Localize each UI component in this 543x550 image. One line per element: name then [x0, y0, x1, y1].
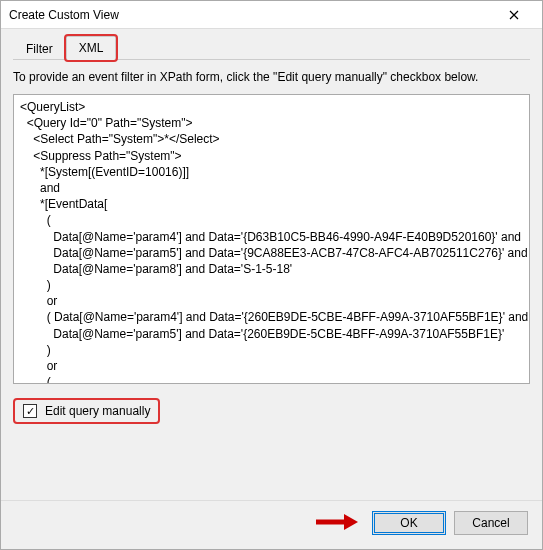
- query-line: Data[@Name='param8'] and Data='S-1-5-18': [20, 261, 523, 277]
- query-line: <Select Path="System">*</Select>: [20, 131, 523, 147]
- ok-button[interactable]: OK: [372, 511, 446, 535]
- dialog-content: Filter XML To provide an event filter in…: [1, 29, 542, 500]
- query-line: <Suppress Path="System">: [20, 148, 523, 164]
- query-line: <Query Id="0" Path="System">: [20, 115, 523, 131]
- dialog-title: Create Custom View: [9, 8, 119, 22]
- tab-xml[interactable]: XML: [66, 36, 117, 60]
- query-line: *[System[(EventID=10016)]]: [20, 164, 523, 180]
- query-line: (: [20, 212, 523, 228]
- xml-query-textarea[interactable]: <QueryList> <Query Id="0" Path="System">…: [13, 94, 530, 384]
- instruction-text: To provide an event filter in XPath form…: [13, 70, 530, 84]
- svg-marker-1: [344, 514, 358, 530]
- tab-bar: Filter XML: [13, 35, 530, 60]
- dialog: Create Custom View Filter XML To provide…: [0, 0, 543, 550]
- query-line: <QueryList>: [20, 99, 523, 115]
- query-line: ): [20, 342, 523, 358]
- close-button[interactable]: [494, 1, 534, 29]
- query-line: ): [20, 277, 523, 293]
- close-icon: [509, 10, 519, 20]
- edit-manually-checkbox[interactable]: ✓: [23, 404, 37, 418]
- query-line: or: [20, 358, 523, 374]
- query-line: ( Data[@Name='param4'] and Data='{260EB9…: [20, 309, 523, 325]
- query-line: or: [20, 293, 523, 309]
- query-line: *[EventData[: [20, 196, 523, 212]
- arrow-icon: [316, 513, 358, 534]
- edit-manually-label: Edit query manually: [45, 404, 150, 418]
- query-line: and: [20, 180, 523, 196]
- query-line: Data[@Name='param5'] and Data='{260EB9DE…: [20, 326, 523, 342]
- titlebar: Create Custom View: [1, 1, 542, 29]
- query-line: (: [20, 374, 523, 384]
- tab-filter[interactable]: Filter: [13, 37, 66, 60]
- query-line: Data[@Name='param5'] and Data='{9CA88EE3…: [20, 245, 523, 261]
- query-line: Data[@Name='param4'] and Data='{D63B10C5…: [20, 229, 523, 245]
- cancel-button[interactable]: Cancel: [454, 511, 528, 535]
- button-row: OK Cancel: [1, 500, 542, 549]
- edit-manually-row: ✓ Edit query manually: [13, 398, 530, 424]
